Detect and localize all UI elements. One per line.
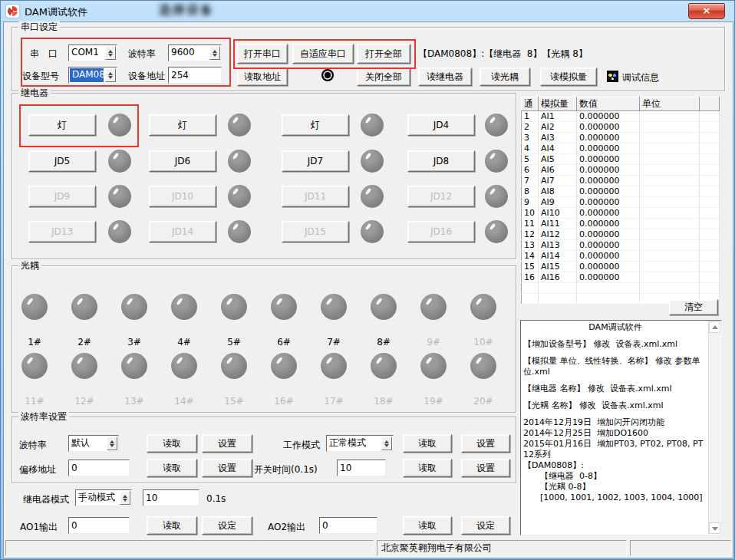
read-relay-button[interactable]: 读继电器 [418, 68, 472, 86]
offset-input[interactable] [68, 460, 130, 476]
table-cell: 2 [522, 122, 539, 133]
relay-button-15[interactable]: JD15 [282, 221, 349, 242]
dropdown-icon[interactable] [120, 491, 130, 505]
baud-select[interactable]: 9600 [168, 44, 222, 61]
opto-led-icon [121, 294, 147, 320]
opto-led-icon [420, 294, 447, 320]
scroll-up-icon[interactable] [709, 321, 720, 333]
log-content: DAM调试软件【增加设备型号】 修改 设备表.xml.xml【模拟量 单位、线性… [523, 322, 707, 533]
table-cell: 0.000000 [577, 186, 640, 197]
adaptive-serial-button[interactable]: 自适应串口 [292, 44, 354, 64]
table-cell [700, 208, 720, 219]
read-address-button[interactable]: 读取地址 [237, 68, 288, 86]
table-cell [640, 133, 700, 143]
relay-button-5[interactable]: JD5 [28, 150, 96, 172]
baud-mode-select[interactable]: 默认 [68, 435, 119, 452]
log-line: [1000, 1001, 1002, 1003, 1004, 1000] [523, 492, 707, 503]
opto-channel-label: 17# [318, 396, 349, 407]
table-cell [640, 240, 700, 251]
relay-button-8[interactable]: JD8 [407, 150, 475, 172]
model-select[interactable]: DAM0808 [68, 67, 117, 84]
opto-group: 光耦 1#2#3#4#5#6#7#8#9#10#11#12#13#14#15#1… [12, 265, 516, 413]
table-cell [640, 122, 700, 133]
ao2-read-button[interactable]: 读取 [403, 516, 452, 535]
dropdown-icon[interactable] [105, 68, 116, 82]
relay-button-7[interactable]: JD7 [282, 150, 349, 172]
relay-led-icon [228, 150, 251, 173]
table-cell: 0.000000 [577, 176, 640, 186]
scroll-down-icon[interactable] [709, 522, 720, 534]
opto-channel-label: 9# [418, 337, 449, 348]
relay-led-icon [485, 150, 508, 173]
open-serial-button[interactable]: 打开串口 [237, 44, 288, 64]
table-cell: 15 [522, 262, 539, 272]
log-scrollbar[interactable] [708, 321, 720, 534]
log-line [523, 350, 707, 356]
relay-led-icon [485, 220, 508, 243]
ao1-set-button[interactable]: 设定 [202, 516, 252, 535]
relay-button-16[interactable]: JD16 [407, 221, 475, 242]
work-mode-read-button[interactable]: 读取 [403, 434, 452, 453]
ao2-input[interactable] [319, 517, 377, 534]
ao2-set-button[interactable]: 设定 [461, 516, 510, 535]
baud-set-button[interactable]: 设置 [202, 434, 252, 453]
title-bar: DAM调试软件 选择设备 × [1, 1, 734, 22]
baud-read-button[interactable]: 读取 [147, 434, 197, 453]
log-line: 2014年12月19日 增加闪开闪闭功能 [523, 417, 707, 428]
read-analog-button[interactable]: 读模拟量 [540, 68, 597, 86]
open-all-button[interactable]: 打开全部 [357, 44, 410, 64]
ghost-window-text: 选择设备 [159, 2, 214, 18]
relay-button-9[interactable]: JD9 [28, 186, 96, 207]
work-mode-set-button[interactable]: 设置 [461, 434, 510, 453]
switch-time-read-button[interactable]: 读取 [403, 459, 452, 477]
dropdown-icon[interactable] [381, 436, 392, 450]
opto-channel-label: 3# [119, 337, 150, 348]
table-cell: AI4 [539, 143, 577, 154]
status-panel-left [5, 540, 374, 556]
relay-button-3[interactable]: 灯 [282, 114, 349, 136]
port-select[interactable]: COM1 [68, 44, 117, 61]
table-cell: AI5 [539, 154, 577, 165]
relay-button-12[interactable]: JD12 [407, 186, 475, 207]
close-all-button[interactable]: 关闭全部 [357, 68, 410, 86]
ao1-read-button[interactable]: 读取 [147, 516, 197, 535]
dropdown-icon[interactable] [107, 436, 117, 450]
log-line: 2015年01月16日 增加PT03, PT02, PT08, PT12系列 [523, 439, 707, 460]
relay-button-1[interactable]: 灯 [28, 114, 96, 136]
table-cell: AI12 [539, 229, 577, 240]
switch-time-input[interactable] [337, 460, 386, 476]
log-line: 【增加设备型号】 修改 设备表.xml.xml [523, 339, 707, 350]
opto-led-icon [71, 294, 97, 320]
relay-mode-select[interactable]: 手动模式 [75, 489, 132, 506]
table-cell [640, 154, 700, 165]
dropdown-icon[interactable] [105, 46, 116, 60]
table-cell [700, 251, 720, 262]
offset-set-button[interactable]: 设置 [202, 459, 252, 477]
work-mode-select[interactable]: 正常模式 [326, 435, 394, 452]
dropdown-icon[interactable] [209, 46, 220, 60]
relay-button-6[interactable]: JD6 [149, 150, 216, 172]
opto-led-icon [71, 353, 97, 379]
relay-button-2[interactable]: 灯 [149, 114, 216, 136]
relay-button-4[interactable]: JD4 [407, 114, 475, 136]
table-cell: AI16 [539, 272, 577, 283]
address-input[interactable] [168, 67, 222, 84]
relay-button-10[interactable]: JD10 [149, 186, 216, 207]
ao1-input[interactable] [68, 517, 130, 534]
table-cell: 0.000000 [577, 197, 640, 208]
relay-button-11[interactable]: JD11 [282, 186, 349, 207]
relay-button-14[interactable]: JD14 [149, 221, 216, 242]
read-opto-button[interactable]: 读光耦 [480, 68, 530, 86]
relay-time-input[interactable] [143, 489, 199, 506]
table-cell: 0.000000 [577, 251, 640, 262]
log-line: 【光耦 名称】 修改 设备表.xml.xml [523, 400, 707, 411]
table-cell: 0.000000 [577, 165, 640, 176]
table-cell [700, 272, 720, 283]
clear-button[interactable]: 清空 [669, 299, 718, 315]
table-cell: 13 [522, 240, 539, 251]
relay-button-13[interactable]: JD13 [28, 221, 96, 242]
switch-time-set-button[interactable]: 设置 [461, 459, 510, 477]
table-cell: AI6 [539, 165, 577, 176]
offset-read-button[interactable]: 读取 [147, 459, 197, 477]
close-button[interactable]: × [688, 3, 725, 19]
